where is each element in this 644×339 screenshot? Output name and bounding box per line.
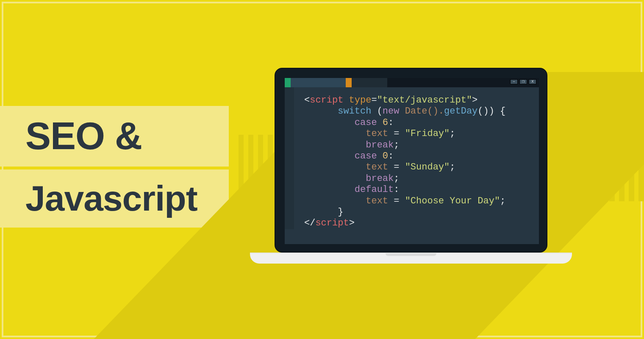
code-op: = bbox=[388, 128, 405, 139]
code-ident: Date(). bbox=[399, 106, 444, 117]
editor-titlebar: – ❐ x bbox=[285, 78, 539, 87]
code-punct: / bbox=[310, 218, 315, 228]
laptop-illustration: – ❐ x <script type="text/javascript"> sw… bbox=[275, 68, 572, 264]
code-punct: > bbox=[472, 95, 477, 106]
window-controls: – ❐ x bbox=[510, 79, 536, 84]
minimize-icon: – bbox=[510, 79, 518, 84]
code-punct: ; bbox=[500, 196, 505, 206]
code-punct: } bbox=[338, 207, 343, 217]
heading-line-1: SEO & bbox=[0, 106, 229, 167]
code-attr: type bbox=[343, 95, 371, 106]
code-punct: ; bbox=[394, 173, 399, 184]
editor-tab-marker bbox=[346, 78, 352, 87]
code-keyword: switch bbox=[338, 106, 371, 117]
code-punct: ; bbox=[450, 128, 455, 139]
code-editor: – ❐ x <script type="text/javascript"> sw… bbox=[285, 78, 539, 244]
code-method: getDay bbox=[444, 106, 477, 117]
code-string: "Sunday" bbox=[405, 162, 450, 172]
code-punct: ()) { bbox=[477, 106, 505, 117]
code-punct: : bbox=[394, 184, 399, 195]
code-punct: < bbox=[304, 218, 310, 228]
code-punct: : bbox=[388, 117, 394, 128]
code-punct: = bbox=[371, 95, 377, 106]
code-ident: text bbox=[366, 128, 388, 139]
laptop-screen: – ❐ x <script type="text/javascript"> sw… bbox=[275, 68, 547, 253]
laptop-base bbox=[250, 253, 572, 264]
close-icon: x bbox=[529, 79, 536, 84]
code-string: "text/javascript" bbox=[377, 95, 472, 106]
code-punct: > bbox=[349, 218, 355, 228]
code-ident: text bbox=[366, 162, 388, 172]
maximize-icon: ❐ bbox=[519, 79, 527, 84]
code-punct: ; bbox=[450, 162, 455, 172]
code-content: <script type="text/javascript"> switch (… bbox=[285, 87, 539, 229]
code-punct: : bbox=[388, 151, 394, 161]
code-keyword: case bbox=[355, 117, 377, 128]
code-ident: text bbox=[366, 196, 388, 206]
code-op: = bbox=[388, 196, 405, 206]
code-op: = bbox=[388, 162, 405, 172]
code-string: "Friday" bbox=[405, 128, 450, 139]
code-keyword: break bbox=[366, 140, 394, 150]
code-number: 0 bbox=[377, 151, 388, 161]
code-punct: ; bbox=[394, 140, 399, 150]
code-punct: ( bbox=[371, 106, 382, 117]
code-keyword: default bbox=[355, 184, 394, 195]
code-tag: script bbox=[315, 218, 349, 228]
code-string: "Choose Your Day" bbox=[405, 196, 500, 206]
code-punct: < bbox=[304, 95, 310, 106]
editor-tab-gap bbox=[352, 78, 387, 87]
editor-gutter bbox=[285, 87, 294, 229]
editor-tab-indicator bbox=[285, 78, 291, 87]
code-number: 6 bbox=[377, 117, 388, 128]
code-keyword: case bbox=[355, 151, 377, 161]
code-keyword: new bbox=[383, 106, 400, 117]
editor-tab-active bbox=[291, 78, 346, 87]
code-keyword: break bbox=[366, 173, 394, 184]
heading-line-2: Javascript bbox=[0, 170, 229, 228]
code-tag: script bbox=[310, 95, 343, 106]
